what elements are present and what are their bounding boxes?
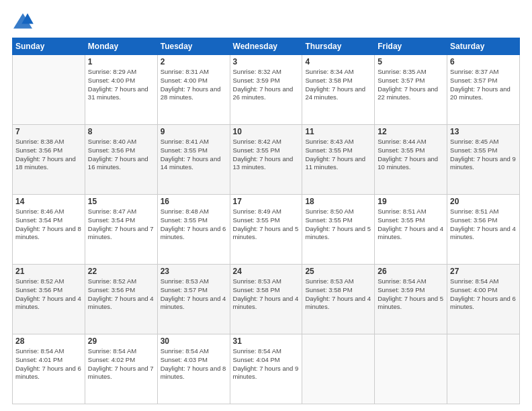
day-info: Sunrise: 8:32 AM Sunset: 3:59 PM Dayligh… — [233, 68, 300, 102]
day-info: Sunrise: 8:47 AM Sunset: 3:54 PM Dayligh… — [88, 208, 154, 242]
calendar-cell — [375, 334, 447, 404]
day-number: 12 — [378, 127, 444, 136]
day-number: 19 — [378, 197, 444, 206]
calendar-cell: 24Sunrise: 8:53 AM Sunset: 3:58 PM Dayli… — [230, 265, 302, 334]
calendar-cell: 26Sunrise: 8:54 AM Sunset: 3:59 PM Dayli… — [375, 265, 447, 334]
calendar-week-row: 28Sunrise: 8:54 AM Sunset: 4:01 PM Dayli… — [13, 334, 520, 404]
day-number: 30 — [161, 336, 227, 346]
day-info: Sunrise: 8:51 AM Sunset: 3:56 PM Dayligh… — [450, 208, 517, 242]
day-number: 8 — [88, 127, 154, 136]
day-info: Sunrise: 8:31 AM Sunset: 4:00 PM Dayligh… — [161, 68, 227, 102]
calendar-cell: 4Sunrise: 8:34 AM Sunset: 3:58 PM Daylig… — [302, 55, 375, 125]
day-number: 7 — [15, 127, 82, 136]
day-info: Sunrise: 8:52 AM Sunset: 3:56 PM Dayligh… — [15, 277, 82, 312]
calendar-cell: 28Sunrise: 8:54 AM Sunset: 4:01 PM Dayli… — [13, 334, 85, 404]
logo — [12, 12, 36, 31]
weekday-header: Thursday — [302, 38, 375, 55]
calendar-cell: 15Sunrise: 8:47 AM Sunset: 3:54 PM Dayli… — [85, 195, 157, 265]
day-number: 18 — [305, 197, 371, 206]
day-number: 5 — [378, 57, 444, 66]
day-info: Sunrise: 8:54 AM Sunset: 4:04 PM Dayligh… — [233, 347, 300, 381]
calendar-cell: 2Sunrise: 8:31 AM Sunset: 4:00 PM Daylig… — [157, 55, 230, 125]
day-info: Sunrise: 8:44 AM Sunset: 3:55 PM Dayligh… — [378, 138, 444, 172]
day-info: Sunrise: 8:53 AM Sunset: 3:58 PM Dayligh… — [233, 277, 300, 312]
day-number: 13 — [450, 127, 517, 136]
calendar-cell: 14Sunrise: 8:46 AM Sunset: 3:54 PM Dayli… — [13, 195, 85, 265]
calendar-cell: 29Sunrise: 8:54 AM Sunset: 4:02 PM Dayli… — [85, 334, 157, 404]
day-number: 2 — [161, 57, 227, 66]
day-info: Sunrise: 8:52 AM Sunset: 3:56 PM Dayligh… — [88, 277, 154, 312]
day-number: 10 — [233, 127, 300, 136]
calendar-cell: 7Sunrise: 8:38 AM Sunset: 3:56 PM Daylig… — [13, 125, 85, 195]
page: SundayMondayTuesdayWednesdayThursdayFrid… — [0, 0, 532, 411]
calendar-cell: 16Sunrise: 8:48 AM Sunset: 3:55 PM Dayli… — [157, 195, 230, 265]
calendar-cell: 13Sunrise: 8:45 AM Sunset: 3:55 PM Dayli… — [447, 125, 520, 195]
day-info: Sunrise: 8:54 AM Sunset: 3:59 PM Dayligh… — [378, 277, 444, 312]
weekday-header: Monday — [85, 38, 157, 55]
calendar-cell: 3Sunrise: 8:32 AM Sunset: 3:59 PM Daylig… — [230, 55, 302, 125]
day-info: Sunrise: 8:53 AM Sunset: 3:57 PM Dayligh… — [161, 277, 227, 312]
day-info: Sunrise: 8:43 AM Sunset: 3:55 PM Dayligh… — [305, 138, 371, 172]
calendar-cell: 21Sunrise: 8:52 AM Sunset: 3:56 PM Dayli… — [13, 265, 85, 334]
calendar-cell: 31Sunrise: 8:54 AM Sunset: 4:04 PM Dayli… — [230, 334, 302, 404]
day-info: Sunrise: 8:50 AM Sunset: 3:55 PM Dayligh… — [305, 208, 371, 242]
day-number: 6 — [450, 57, 517, 66]
calendar-cell: 9Sunrise: 8:41 AM Sunset: 3:55 PM Daylig… — [157, 125, 230, 195]
calendar-cell — [13, 55, 85, 125]
day-info: Sunrise: 8:45 AM Sunset: 3:55 PM Dayligh… — [450, 138, 517, 172]
calendar-cell: 12Sunrise: 8:44 AM Sunset: 3:55 PM Dayli… — [375, 125, 447, 195]
day-info: Sunrise: 8:37 AM Sunset: 3:57 PM Dayligh… — [450, 68, 517, 102]
calendar-table: SundayMondayTuesdayWednesdayThursdayFrid… — [12, 38, 520, 404]
day-info: Sunrise: 8:42 AM Sunset: 3:55 PM Dayligh… — [233, 138, 300, 172]
calendar-cell: 19Sunrise: 8:51 AM Sunset: 3:55 PM Dayli… — [375, 195, 447, 265]
calendar-cell: 30Sunrise: 8:54 AM Sunset: 4:03 PM Dayli… — [157, 334, 230, 404]
calendar-cell: 8Sunrise: 8:40 AM Sunset: 3:56 PM Daylig… — [85, 125, 157, 195]
calendar-week-row: 21Sunrise: 8:52 AM Sunset: 3:56 PM Dayli… — [13, 265, 520, 334]
header — [12, 12, 520, 31]
weekday-header: Saturday — [447, 38, 520, 55]
weekday-header: Friday — [375, 38, 447, 55]
day-info: Sunrise: 8:54 AM Sunset: 4:01 PM Dayligh… — [15, 347, 82, 381]
day-number: 31 — [233, 336, 300, 346]
calendar-cell: 27Sunrise: 8:54 AM Sunset: 4:00 PM Dayli… — [447, 265, 520, 334]
day-info: Sunrise: 8:38 AM Sunset: 3:56 PM Dayligh… — [15, 138, 82, 172]
calendar-cell: 23Sunrise: 8:53 AM Sunset: 3:57 PM Dayli… — [157, 265, 230, 334]
day-number: 17 — [233, 197, 300, 206]
day-info: Sunrise: 8:54 AM Sunset: 4:03 PM Dayligh… — [161, 347, 227, 381]
weekday-header: Wednesday — [230, 38, 302, 55]
day-info: Sunrise: 8:48 AM Sunset: 3:55 PM Dayligh… — [161, 208, 227, 242]
day-number: 23 — [161, 267, 227, 276]
weekday-header-row: SundayMondayTuesdayWednesdayThursdayFrid… — [13, 38, 520, 55]
day-info: Sunrise: 8:51 AM Sunset: 3:55 PM Dayligh… — [378, 208, 444, 242]
day-info: Sunrise: 8:53 AM Sunset: 3:58 PM Dayligh… — [305, 277, 371, 312]
day-number: 22 — [88, 267, 154, 276]
day-number: 14 — [15, 197, 82, 206]
weekday-header: Sunday — [13, 38, 85, 55]
day-number: 1 — [88, 57, 154, 66]
day-number: 25 — [305, 267, 371, 276]
day-number: 9 — [161, 127, 227, 136]
day-number: 29 — [88, 336, 154, 346]
day-info: Sunrise: 8:49 AM Sunset: 3:55 PM Dayligh… — [233, 208, 300, 242]
day-number: 3 — [233, 57, 300, 66]
logo-icon — [12, 12, 34, 31]
calendar-cell: 1Sunrise: 8:29 AM Sunset: 4:00 PM Daylig… — [85, 55, 157, 125]
weekday-header: Tuesday — [157, 38, 230, 55]
calendar-cell: 17Sunrise: 8:49 AM Sunset: 3:55 PM Dayli… — [230, 195, 302, 265]
calendar-cell — [447, 334, 520, 404]
day-info: Sunrise: 8:34 AM Sunset: 3:58 PM Dayligh… — [305, 68, 371, 102]
calendar-cell: 11Sunrise: 8:43 AM Sunset: 3:55 PM Dayli… — [302, 125, 375, 195]
calendar-cell: 25Sunrise: 8:53 AM Sunset: 3:58 PM Dayli… — [302, 265, 375, 334]
day-number: 26 — [378, 267, 444, 276]
day-info: Sunrise: 8:35 AM Sunset: 3:57 PM Dayligh… — [378, 68, 444, 102]
day-number: 16 — [161, 197, 227, 206]
calendar-week-row: 1Sunrise: 8:29 AM Sunset: 4:00 PM Daylig… — [13, 55, 520, 125]
calendar-cell: 22Sunrise: 8:52 AM Sunset: 3:56 PM Dayli… — [85, 265, 157, 334]
day-number: 20 — [450, 197, 517, 206]
calendar-cell: 6Sunrise: 8:37 AM Sunset: 3:57 PM Daylig… — [447, 55, 520, 125]
day-info: Sunrise: 8:41 AM Sunset: 3:55 PM Dayligh… — [161, 138, 227, 172]
calendar-cell: 5Sunrise: 8:35 AM Sunset: 3:57 PM Daylig… — [375, 55, 447, 125]
day-info: Sunrise: 8:46 AM Sunset: 3:54 PM Dayligh… — [15, 208, 82, 242]
day-info: Sunrise: 8:40 AM Sunset: 3:56 PM Dayligh… — [88, 138, 154, 172]
day-number: 11 — [305, 127, 371, 136]
